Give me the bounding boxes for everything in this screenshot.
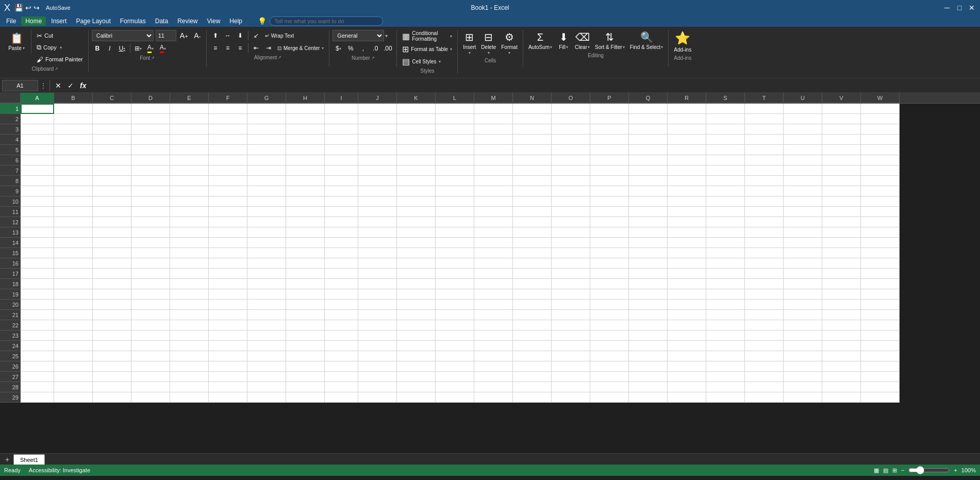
cell-M29[interactable] (474, 392, 513, 403)
cell-C13[interactable] (93, 227, 131, 238)
cell-D12[interactable] (131, 217, 170, 227)
cell-J23[interactable] (358, 330, 397, 341)
cell-D29[interactable] (131, 392, 170, 403)
cell-H27[interactable] (286, 372, 325, 382)
cell-R23[interactable] (668, 330, 706, 341)
cell-O19[interactable] (552, 289, 590, 300)
clear-button[interactable]: ⌫ Clear ▾ (573, 30, 592, 52)
cell-A17[interactable] (21, 269, 54, 279)
cell-O16[interactable] (552, 258, 590, 269)
cell-R14[interactable] (668, 238, 706, 248)
cell-W28[interactable] (861, 382, 900, 392)
cell-E13[interactable] (170, 227, 209, 238)
cell-W18[interactable] (861, 279, 900, 289)
cell-C9[interactable] (93, 186, 131, 196)
cell-O27[interactable] (552, 372, 590, 382)
cell-C5[interactable] (93, 145, 131, 155)
cell-J18[interactable] (358, 279, 397, 289)
cell-O10[interactable] (552, 196, 590, 207)
cell-J11[interactable] (358, 207, 397, 217)
col-header-H[interactable]: H (286, 93, 325, 103)
cell-F4[interactable] (209, 135, 247, 145)
cell-S26[interactable] (706, 361, 745, 372)
cell-R16[interactable] (668, 258, 706, 269)
col-header-R[interactable]: R (668, 93, 706, 103)
cell-K21[interactable] (397, 310, 436, 320)
cell-R5[interactable] (668, 145, 706, 155)
cell-Q27[interactable] (629, 372, 668, 382)
cell-S27[interactable] (706, 372, 745, 382)
row-header-26[interactable]: 26 (0, 361, 21, 372)
cell-B14[interactable] (54, 238, 93, 248)
cell-E19[interactable] (170, 289, 209, 300)
row-header-19[interactable]: 19 (0, 289, 21, 300)
cell-E1[interactable] (170, 104, 209, 114)
cell-S29[interactable] (706, 392, 745, 403)
cell-R3[interactable] (668, 124, 706, 135)
cell-C29[interactable] (93, 392, 131, 403)
cell-H6[interactable] (286, 155, 325, 165)
cell-T13[interactable] (745, 227, 784, 238)
cell-L17[interactable] (436, 269, 474, 279)
cell-B19[interactable] (54, 289, 93, 300)
menu-view[interactable]: View (203, 16, 225, 26)
cell-N16[interactable] (513, 258, 552, 269)
cell-M12[interactable] (474, 217, 513, 227)
cell-O29[interactable] (552, 392, 590, 403)
cell-T7[interactable] (745, 165, 784, 176)
cell-Q15[interactable] (629, 248, 668, 258)
cell-W6[interactable] (861, 155, 900, 165)
cell-P29[interactable] (590, 392, 629, 403)
cell-R9[interactable] (668, 186, 706, 196)
insert-function-button[interactable]: fx (78, 81, 88, 90)
cell-T4[interactable] (745, 135, 784, 145)
cell-E8[interactable] (170, 176, 209, 186)
row-header-7[interactable]: 7 (0, 165, 21, 176)
row-header-23[interactable]: 23 (0, 330, 21, 341)
cell-S3[interactable] (706, 124, 745, 135)
cell-P19[interactable] (590, 289, 629, 300)
copy-button[interactable]: ⧉ Copy ▾ (35, 42, 85, 53)
cell-V19[interactable] (822, 289, 861, 300)
cell-M20[interactable] (474, 300, 513, 310)
cell-A19[interactable] (21, 289, 54, 300)
cell-W4[interactable] (861, 135, 900, 145)
cell-U19[interactable] (784, 289, 822, 300)
cell-A27[interactable] (21, 372, 54, 382)
cell-O3[interactable] (552, 124, 590, 135)
addins-button[interactable]: ⭐ Add-ins (672, 30, 693, 54)
cell-G28[interactable] (247, 382, 286, 392)
cell-L8[interactable] (436, 176, 474, 186)
merge-center-button[interactable]: ⊡ Merge & Center ▾ (275, 42, 326, 54)
cell-G21[interactable] (247, 310, 286, 320)
align-right-button[interactable]: ≡ (235, 42, 246, 54)
cell-U22[interactable] (784, 320, 822, 330)
cell-O4[interactable] (552, 135, 590, 145)
cell-M10[interactable] (474, 196, 513, 207)
cell-D17[interactable] (131, 269, 170, 279)
cell-R28[interactable] (668, 382, 706, 392)
format-button[interactable]: ⚙ Format ▾ (499, 30, 520, 57)
cell-E27[interactable] (170, 372, 209, 382)
cell-I27[interactable] (325, 372, 358, 382)
cell-U5[interactable] (784, 145, 822, 155)
cell-C28[interactable] (93, 382, 131, 392)
cell-J27[interactable] (358, 372, 397, 382)
increase-indent-button[interactable]: ⇥ (263, 42, 274, 54)
cell-C4[interactable] (93, 135, 131, 145)
cell-F7[interactable] (209, 165, 247, 176)
cell-K11[interactable] (397, 207, 436, 217)
cell-R8[interactable] (668, 176, 706, 186)
cell-O12[interactable] (552, 217, 590, 227)
cell-D11[interactable] (131, 207, 170, 217)
cell-M22[interactable] (474, 320, 513, 330)
cell-G13[interactable] (247, 227, 286, 238)
cell-B16[interactable] (54, 258, 93, 269)
cell-T17[interactable] (745, 269, 784, 279)
cell-F8[interactable] (209, 176, 247, 186)
cell-M28[interactable] (474, 382, 513, 392)
cell-J13[interactable] (358, 227, 397, 238)
cell-E5[interactable] (170, 145, 209, 155)
cell-A11[interactable] (21, 207, 54, 217)
cell-H16[interactable] (286, 258, 325, 269)
